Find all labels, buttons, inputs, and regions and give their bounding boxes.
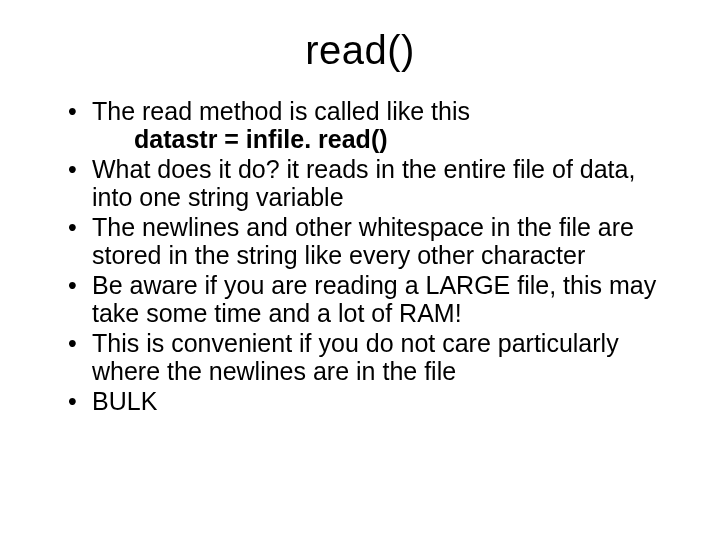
bullet-text: The newlines and other whitespace in the… [92,213,634,269]
bullet-list: The read method is called like this data… [40,97,680,415]
bullet-text: Be aware if you are reading a LARGE file… [92,271,656,327]
bullet-text: The read method is called like this [92,97,470,125]
bullet-text: This is convenient if you do not care pa… [92,329,619,385]
list-item: The newlines and other whitespace in the… [68,213,668,269]
bullet-text: BULK [92,387,157,415]
list-item: What does it do? it reads in the entire … [68,155,668,211]
slide: read() The read method is called like th… [0,0,720,540]
list-item: Be aware if you are reading a LARGE file… [68,271,668,327]
bullet-subtext: datastr = infile. read() [92,125,668,153]
slide-title: read() [40,28,680,73]
list-item: BULK [68,387,668,415]
bullet-text: What does it do? it reads in the entire … [92,155,635,211]
list-item: This is convenient if you do not care pa… [68,329,668,385]
list-item: The read method is called like this data… [68,97,668,153]
